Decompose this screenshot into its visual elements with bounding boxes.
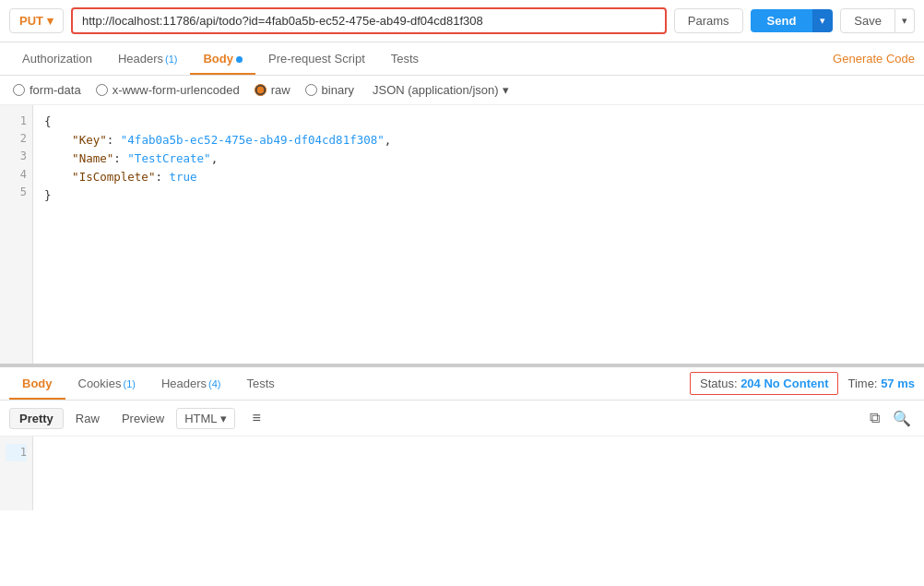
resp-tab-headers[interactable]: Headers(4): [148, 367, 234, 400]
radio-raw[interactable]: raw: [255, 83, 290, 97]
status-value: 204 No Content: [740, 377, 828, 390]
resp-tab-cookies[interactable]: Cookies(1): [65, 367, 148, 400]
resp-content[interactable]: [33, 437, 924, 510]
code-editor[interactable]: { "Key": "4fab0a5b-ec52-475e-ab49-df04cd…: [33, 105, 924, 364]
radio-form-data[interactable]: form-data: [13, 83, 81, 97]
send-button[interactable]: Send: [751, 9, 813, 32]
tab-headers[interactable]: Headers(1): [105, 42, 191, 75]
top-bar: PUT ▾ Params Send ▾ Save ▾: [0, 0, 924, 42]
time-box: Time: 57 ms: [847, 377, 915, 390]
tab-tests[interactable]: Tests: [378, 42, 432, 75]
resp-line-numbers: 1: [0, 437, 33, 510]
pretty-button[interactable]: Pretty: [9, 408, 64, 429]
resp-tab-tests[interactable]: Tests: [234, 367, 288, 400]
radio-x-www[interactable]: x-www-form-urlencoded: [96, 83, 240, 97]
resp-icons: ⧉ 🔍: [866, 408, 915, 429]
generate-code-link[interactable]: Generate Code: [833, 52, 915, 66]
raw-button[interactable]: Raw: [65, 408, 110, 429]
send-chevron-button[interactable]: ▾: [812, 9, 833, 32]
preview-button[interactable]: Preview: [112, 408, 174, 429]
tab-pre-request-script[interactable]: Pre-request Script: [255, 42, 378, 75]
tab-body[interactable]: Body: [190, 42, 255, 75]
save-group: Save ▾: [840, 8, 915, 33]
resp-tab-body[interactable]: Body: [9, 367, 65, 400]
time-label: Time:: [847, 377, 877, 390]
tab-authorization[interactable]: Authorization: [9, 42, 105, 75]
time-value: 57 ms: [881, 377, 915, 390]
format-dropdown[interactable]: HTML ▾: [176, 408, 234, 429]
request-tabs-row: Authorization Headers(1) Body Pre-reques…: [0, 42, 924, 76]
method-chevron: ▾: [47, 14, 53, 28]
body-dot: [236, 56, 243, 63]
resp-line-1: 1: [6, 444, 27, 461]
method-button[interactable]: PUT ▾: [9, 8, 64, 33]
status-area: Status: 204 No Content Time: 57 ms: [690, 372, 915, 395]
response-tabs-row: Body Cookies(1) Headers(4) Tests Status:…: [0, 367, 924, 401]
copy-icon[interactable]: ⧉: [866, 408, 883, 429]
resp-body: 1: [0, 437, 924, 510]
url-input[interactable]: [71, 7, 667, 34]
params-button[interactable]: Params: [674, 8, 743, 33]
save-chevron-button[interactable]: ▾: [895, 8, 915, 33]
search-icon[interactable]: 🔍: [889, 408, 915, 429]
json-dropdown[interactable]: JSON (application/json) ▾: [373, 83, 509, 97]
status-box: Status: 204 No Content: [690, 372, 838, 395]
radio-binary[interactable]: binary: [305, 83, 354, 97]
save-button[interactable]: Save: [840, 8, 895, 33]
method-label: PUT: [19, 14, 43, 28]
wrap-button[interactable]: ≡: [243, 406, 271, 430]
resp-toolbar: Pretty Raw Preview HTML ▾ ≡ ⧉ 🔍: [0, 401, 924, 437]
line-numbers: 1 2 3 4 5: [0, 105, 33, 364]
response-section: Body Cookies(1) Headers(4) Tests Status:…: [0, 367, 924, 510]
body-options: form-data x-www-form-urlencoded raw bina…: [0, 76, 924, 105]
request-editor: 1 2 3 4 5 { "Key": "4fab0a5b-ec52-475e-a…: [0, 105, 924, 367]
send-group: Send ▾: [751, 9, 834, 32]
status-label: Status:: [700, 377, 737, 390]
